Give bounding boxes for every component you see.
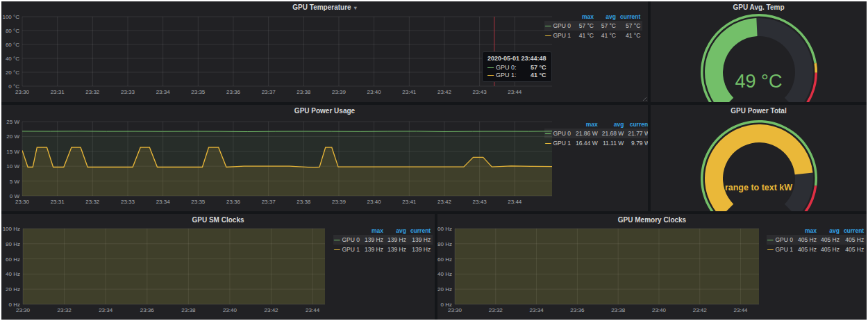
legend-value: 41 °C — [596, 31, 618, 40]
svg-text:15 W: 15 W — [6, 149, 19, 155]
panel-title-gpu-memory-clocks[interactable]: GPU Memory Clocks — [437, 216, 867, 224]
panel-title-gpu-power-total[interactable]: GPU Power Total — [651, 107, 867, 115]
panel-title-gpu-temperature[interactable]: GPU Temperature▾ — [1, 3, 648, 11]
legend-value: 57 °C — [574, 21, 596, 31]
legend-value: 405 Hz — [842, 235, 866, 245]
legend-series-name[interactable]: —GPU 1 — [767, 245, 796, 254]
legend-value: 41 °C — [574, 31, 596, 40]
legend-header-avg[interactable]: avg — [385, 227, 408, 235]
legend-series-name[interactable]: —GPU 0 — [767, 235, 796, 245]
legend-value: 139 Hz — [408, 245, 433, 254]
legend-value: 57 °C — [596, 21, 618, 31]
panel-gpu-sm-clocks: GPU SM Clocks 0 Hz20 Hz40 Hz60 Hz80 Hz10… — [1, 214, 435, 320]
svg-text:23:42: 23:42 — [437, 89, 452, 95]
legend-header-max[interactable]: max — [796, 227, 819, 235]
legend-value: 405 Hz — [796, 245, 819, 254]
legend-row: —GPU 021.86 W21.68 W21.77 W — [544, 129, 648, 138]
panel-gpu-memory-clocks: GPU Memory Clocks 0 Hz20 Hz40 Hz60 Hz80 … — [437, 214, 867, 320]
legend-series-name[interactable]: —GPU 0 — [544, 129, 574, 138]
legend-row: —GPU 0405 Hz405 Hz405 Hz — [767, 235, 866, 245]
legend-value: 405 Hz — [842, 245, 866, 254]
legend-header-avg[interactable]: avg — [819, 227, 842, 235]
svg-text:60 Hz: 60 Hz — [437, 256, 452, 263]
svg-text:23:30: 23:30 — [15, 89, 30, 95]
legend-value: 405 Hz — [796, 235, 819, 245]
legend-row: —GPU 1139 Hz139 Hz139 Hz — [333, 245, 433, 254]
legend-row: —GPU 057 °C57 °C57 °C — [544, 21, 642, 31]
legend-series-name[interactable]: —GPU 1 — [333, 245, 362, 254]
chart-tooltip: 2020-05-01 23:44:48 — GPU 0: 57 °C — GPU… — [482, 51, 552, 82]
svg-text:23:33: 23:33 — [121, 89, 135, 95]
svg-text:23:34: 23:34 — [156, 89, 171, 95]
legend-series-name[interactable]: —GPU 1 — [544, 138, 574, 148]
svg-text:100 Hz: 100 Hz — [437, 226, 452, 232]
series-color-dash: — — [545, 32, 551, 39]
svg-text:20 °C: 20 °C — [6, 69, 19, 76]
svg-text:20 Hz: 20 Hz — [437, 286, 452, 293]
legend-header-current[interactable]: current — [626, 120, 648, 129]
svg-text:20 W: 20 W — [6, 133, 19, 140]
svg-text:23:41: 23:41 — [402, 199, 417, 205]
legend-table: maxavgcurrent—GPU 0139 Hz139 Hz139 Hz—GP… — [333, 227, 433, 254]
legend-header-max[interactable]: max — [574, 13, 596, 21]
legend-value: 405 Hz — [819, 245, 842, 254]
panel-title-gpu-sm-clocks[interactable]: GPU SM Clocks — [1, 216, 435, 224]
legend-value: 139 Hz — [362, 245, 385, 254]
legend-header-current[interactable]: current — [842, 227, 866, 235]
svg-text:23:33: 23:33 — [121, 199, 135, 205]
legend-series-name[interactable]: —GPU 1 — [544, 31, 574, 40]
legend-value: 9.79 W — [626, 138, 648, 148]
series-color-dash: — — [487, 64, 494, 71]
legend-header-avg[interactable]: avg — [600, 120, 626, 129]
svg-text:23:42: 23:42 — [437, 199, 452, 205]
svg-text:60 °C: 60 °C — [6, 42, 19, 48]
legend-header-current[interactable]: current — [408, 227, 433, 235]
svg-text:23:44: 23:44 — [306, 307, 320, 313]
tooltip-row: — GPU 0: 57 °C — [487, 64, 546, 71]
svg-text:10 W: 10 W — [6, 163, 19, 170]
panel-title-text: GPU Memory Clocks — [618, 216, 686, 224]
svg-text:40 Hz: 40 Hz — [437, 271, 452, 277]
svg-text:23:38: 23:38 — [611, 307, 626, 313]
legend-series-name[interactable]: —GPU 0 — [333, 235, 362, 245]
svg-text:23:38: 23:38 — [181, 307, 196, 313]
legend-row: —GPU 116.44 W11.11 W9.79 W — [544, 138, 648, 148]
legend-value: 21.77 W — [626, 129, 648, 138]
panel-title-gpu-avg-temp[interactable]: GPU Avg. Temp — [651, 3, 867, 11]
panel-gpu-temperature: GPU Temperature▾ 0 °C20 °C40 °C60 °C80 °… — [1, 1, 648, 102]
gpu-temperature-legend: maxavgcurrent—GPU 057 °C57 °C57 °C—GPU 1… — [544, 13, 642, 40]
svg-text:23:35: 23:35 — [191, 199, 206, 205]
legend-header-current[interactable]: current — [618, 13, 642, 21]
legend-table: maxavgcurrent—GPU 057 °C57 °C57 °C—GPU 1… — [544, 13, 642, 40]
legend-header-max[interactable]: max — [362, 227, 385, 235]
tooltip-row: — GPU 1: 41 °C — [487, 72, 546, 79]
panel-title-text: GPU Avg. Temp — [733, 3, 784, 11]
panel-title-text: GPU SM Clocks — [192, 216, 244, 224]
svg-text:23:30: 23:30 — [15, 199, 30, 205]
svg-text:23:44: 23:44 — [734, 307, 749, 313]
panel-title-gpu-power-usage[interactable]: GPU Power Usage — [1, 107, 648, 115]
svg-text:23:39: 23:39 — [332, 199, 347, 205]
svg-text:23:32: 23:32 — [58, 307, 72, 313]
gauge-value: 49 °C — [651, 71, 867, 92]
legend-header-max[interactable]: max — [574, 120, 600, 129]
svg-text:25 W: 25 W — [6, 119, 19, 125]
series-color-dash: — — [767, 246, 774, 253]
legend-header-avg[interactable]: avg — [596, 13, 618, 21]
svg-text:23:31: 23:31 — [51, 199, 65, 205]
svg-text:40 °C: 40 °C — [6, 56, 19, 62]
svg-text:80 Hz: 80 Hz — [437, 241, 452, 247]
legend-value: 139 Hz — [362, 235, 385, 245]
legend-value: 57 °C — [618, 21, 642, 31]
svg-text:23:34: 23:34 — [99, 307, 113, 313]
legend-value: 11.11 W — [600, 138, 626, 148]
chevron-down-icon[interactable]: ▾ — [354, 5, 357, 11]
svg-text:23:44: 23:44 — [508, 199, 522, 205]
gpu-power-usage-legend: maxavgcurrent—GPU 021.86 W21.68 W21.77 W… — [544, 120, 648, 148]
legend-series-name[interactable]: —GPU 0 — [544, 21, 574, 31]
legend-row: —GPU 0139 Hz139 Hz139 Hz — [333, 235, 433, 245]
svg-text:23:37: 23:37 — [262, 89, 276, 95]
legend-value: 41 °C — [618, 31, 642, 40]
svg-text:40 Hz: 40 Hz — [6, 271, 20, 277]
svg-text:23:38: 23:38 — [297, 89, 311, 95]
